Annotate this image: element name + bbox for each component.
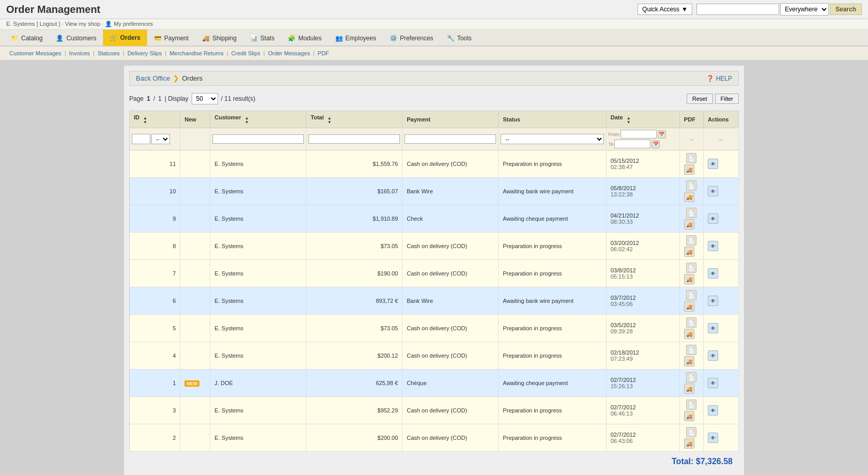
date-to-input[interactable]: [614, 140, 650, 148]
col-total[interactable]: Total ▲▼: [306, 111, 402, 128]
pdf-delivery-icon[interactable]: 🚚: [684, 192, 694, 202]
col-date[interactable]: Date ▲▼: [606, 111, 679, 128]
pdf-delivery-icon[interactable]: 🚚: [684, 219, 694, 229]
calendar-from-icon[interactable]: 📅: [658, 130, 666, 139]
view-icon[interactable]: 👁: [708, 268, 718, 279]
sub-nav-item-pdf[interactable]: PDF: [315, 49, 332, 57]
cell-date: 02/18/201207:23:49: [606, 342, 679, 370]
sub-nav-item-statuses[interactable]: Statuses: [95, 49, 123, 57]
cell-actions: 👁: [704, 233, 739, 260]
sub-nav-item-credit-slips[interactable]: Credit Slips: [228, 49, 264, 57]
view-icon[interactable]: 👁: [708, 213, 718, 224]
reset-button[interactable]: Reset: [687, 94, 713, 104]
search-input[interactable]: [696, 4, 779, 15]
nav-item-customers[interactable]: 👤Customers: [49, 30, 103, 46]
pdf-icon[interactable]: 📄: [686, 208, 696, 218]
quick-access-label: Quick Access: [642, 6, 679, 13]
filter-button[interactable]: Filter: [715, 94, 739, 104]
display-select[interactable]: 50 20 100: [192, 93, 218, 104]
sub-nav-item-order-messages[interactable]: Order Messages: [265, 49, 313, 57]
nav-item-orders[interactable]: 🛒Orders: [103, 29, 147, 46]
help-button[interactable]: ❓ HELP: [706, 75, 732, 82]
id-filter-input[interactable]: [132, 134, 150, 144]
pdf-icon[interactable]: 📄: [686, 345, 696, 355]
nav-icon-employees: 👥: [335, 35, 343, 42]
view-icon[interactable]: 👁: [708, 296, 718, 306]
pdf-icon[interactable]: 📄: [686, 153, 696, 163]
pdf-delivery-icon[interactable]: 🚚: [684, 411, 694, 421]
table-row: 7 E. Systems $190.00 Cash on delivery (C…: [130, 260, 739, 287]
view-icon[interactable]: 👁: [708, 350, 718, 361]
pdf-icon[interactable]: 📄: [686, 263, 696, 273]
nav-item-payment[interactable]: 💳Payment: [147, 30, 195, 46]
date-to-label: To: [609, 142, 614, 147]
table-row: 6 E. Systems 893,72 € Bank Wire Awaiting…: [130, 287, 739, 315]
cell-total: $952.29: [306, 397, 402, 424]
nav-item-preferences[interactable]: ⚙️Preferences: [383, 30, 440, 46]
help-icon: ❓: [706, 75, 714, 82]
nav-item-employees[interactable]: 👥Employees: [329, 30, 383, 46]
sub-nav-item-invoices[interactable]: Invoices: [66, 49, 93, 57]
cell-total: $165.07: [306, 178, 402, 205]
pdf-delivery-icon[interactable]: 🚚: [684, 384, 694, 394]
sub-nav-item-customer-messages[interactable]: Customer Messages: [6, 49, 65, 57]
cell-status: Preparation in progress: [499, 233, 606, 260]
breadcrumb-arrow: ❯: [173, 74, 179, 82]
id-filter-select[interactable]: --=><: [151, 134, 170, 144]
pdf-delivery-icon[interactable]: 🚚: [684, 356, 694, 366]
pdf-delivery-icon[interactable]: 🚚: [684, 329, 694, 339]
search-button[interactable]: Search: [830, 4, 862, 15]
sub-nav-item-delivery-slips[interactable]: Delivery Slips: [125, 49, 165, 57]
page-num: 1: [147, 95, 150, 102]
calendar-to-icon[interactable]: 📅: [652, 140, 660, 148]
pdf-delivery-icon[interactable]: 🚚: [684, 164, 694, 175]
nav-icon-orders: 🛒: [110, 34, 117, 41]
col-actions: Actions: [704, 111, 739, 128]
nav-item-stats[interactable]: 📊Stats: [243, 30, 281, 46]
total-filter-input[interactable]: [308, 134, 400, 144]
cell-total: $200.00: [306, 424, 402, 452]
view-icon[interactable]: 👁: [708, 433, 718, 443]
cell-customer: E. Systems: [210, 397, 306, 424]
pdf-icon[interactable]: 📄: [686, 427, 696, 437]
pdf-delivery-icon[interactable]: 🚚: [684, 274, 694, 284]
customer-filter-input[interactable]: [212, 134, 304, 144]
cell-pdf: 📄 🚚: [679, 315, 703, 342]
view-icon[interactable]: 👁: [708, 186, 718, 196]
quick-access-button[interactable]: Quick Access ▼: [638, 4, 692, 15]
status-filter-select[interactable]: -- Preparation in progress Awaiting bank…: [501, 134, 603, 144]
nav-item-modules[interactable]: 🧩Modules: [281, 30, 328, 46]
nav-item-catalog[interactable]: 📁Catalog: [4, 30, 49, 46]
pdf-icon[interactable]: 📄: [686, 317, 696, 328]
payment-filter-input[interactable]: [405, 134, 496, 144]
my-preferences-link[interactable]: My preferences: [114, 21, 153, 27]
logout-link[interactable]: Logout: [40, 21, 57, 27]
view-icon[interactable]: 👁: [708, 241, 718, 251]
pdf-delivery-icon[interactable]: 🚚: [684, 438, 694, 449]
sub-nav-item-merchandise-returns[interactable]: Merchandise Returns: [166, 49, 227, 57]
pdf-icon[interactable]: 📄: [686, 290, 696, 300]
pdf-icon[interactable]: 📄: [686, 235, 696, 246]
view-icon[interactable]: 👁: [708, 405, 718, 416]
date-from-input[interactable]: [621, 130, 657, 139]
nav-item-shipping[interactable]: 🚚Shipping: [195, 30, 243, 46]
view-icon[interactable]: 👁: [708, 378, 718, 388]
view-icon[interactable]: 👁: [708, 323, 718, 333]
search-scope-select[interactable]: Everywhere: [780, 3, 829, 16]
col-id[interactable]: ID ▲▼: [130, 111, 180, 128]
cell-new: [180, 233, 210, 260]
sub-nav: Customer Messages|Invoices|Statuses|Deli…: [0, 47, 868, 60]
view-icon[interactable]: 👁: [708, 159, 718, 169]
table-row: 11 E. Systems $1,559.76 Cash on delivery…: [130, 150, 739, 178]
pdf-delivery-icon[interactable]: 🚚: [684, 301, 694, 312]
nav-item-tools[interactable]: 🔧Tools: [440, 30, 478, 46]
cell-customer: J. DOE: [210, 370, 306, 397]
cell-total: $73.05: [306, 315, 402, 342]
breadcrumb-back-office[interactable]: Back Office: [136, 74, 170, 82]
col-customer[interactable]: Customer ▲▼: [210, 111, 306, 128]
pdf-icon[interactable]: 📄: [686, 400, 696, 410]
pdf-delivery-icon[interactable]: 🚚: [684, 247, 694, 257]
view-shop-link[interactable]: View my shop: [65, 21, 100, 27]
pdf-icon[interactable]: 📄: [686, 180, 696, 191]
pdf-icon[interactable]: 📄: [686, 372, 696, 382]
